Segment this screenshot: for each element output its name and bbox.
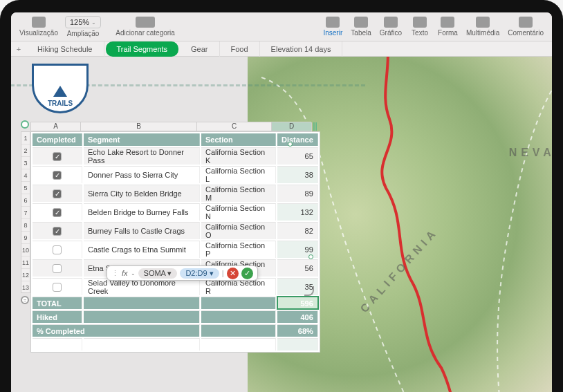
cell-segment[interactable]: Echo Lake Resort to Donner Pass <box>84 147 200 165</box>
row-header[interactable]: 10 <box>21 244 30 256</box>
formula-cancel-button[interactable]: ✕ <box>227 268 239 279</box>
row-header[interactable]: 7 <box>21 207 30 219</box>
checkbox-icon[interactable] <box>53 152 62 161</box>
insert-label: Inserir <box>323 29 342 37</box>
cell-segment[interactable]: Belden Bridge to Burney Falls <box>84 203 200 221</box>
table-row[interactable]: Sierra City to Belden BridgeCalifornia S… <box>33 185 318 202</box>
cell-distance[interactable]: 82 <box>277 222 318 239</box>
hiked-value[interactable]: 406 <box>277 310 318 323</box>
mountain-icon <box>53 86 67 97</box>
sheet-tab-elevation[interactable]: Elevation 14 days <box>260 41 343 57</box>
row-add-handle[interactable]: = <box>21 296 29 304</box>
pct-row[interactable]: % Completed68% <box>33 324 318 337</box>
formula-function-token[interactable]: SOMA ▾ <box>138 268 178 279</box>
checkbox-icon[interactable] <box>53 189 62 198</box>
row-header[interactable]: 11 <box>21 256 30 269</box>
header-segment[interactable]: Segment <box>84 133 200 146</box>
col-header-a[interactable]: A <box>31 122 81 131</box>
table-origin-handle[interactable] <box>21 120 29 129</box>
header-completed[interactable]: Completed <box>33 133 82 146</box>
total-row[interactable]: TOTAL596 <box>33 297 318 309</box>
row-ruler[interactable]: 1 2 3 4 5 6 7 8 9 10 11 12 13 <box>21 131 30 293</box>
hiked-row[interactable]: Hiked406 <box>33 310 318 323</box>
row-header[interactable]: 5 <box>21 182 30 194</box>
cell-distance[interactable]: 56 <box>277 259 318 277</box>
row-header[interactable]: 4 <box>21 169 30 182</box>
comment-button[interactable]: Comentário <box>504 15 548 39</box>
trails-logo-badge: TRAILS <box>32 64 89 113</box>
empty-row[interactable] <box>33 338 318 351</box>
table-row[interactable]: Echo Lake Resort to Donner PassCaliforni… <box>33 147 318 165</box>
row-header[interactable]: 13 <box>21 281 30 294</box>
insert-button[interactable]: Inserir <box>319 15 347 39</box>
sheet-canvas[interactable]: NEVADA CALIFORNIA TRAILS A B C D || 1 2 … <box>11 57 552 392</box>
row-header[interactable]: 9 <box>21 232 30 244</box>
table-row[interactable]: Castle Crags to Etna SummitCalifornia Se… <box>33 241 318 258</box>
column-ruler[interactable]: A B C D <box>30 122 311 131</box>
cell-segment[interactable]: Burney Falls to Castle Crags <box>84 222 200 239</box>
row-header[interactable]: 3 <box>21 157 30 169</box>
cell-distance[interactable]: 38 <box>277 166 318 183</box>
checkbox-icon[interactable] <box>53 245 62 254</box>
formula-editor[interactable]: ⋮ fx ⌄ SOMA ▾ D2:D9 ▾ | ✕ ✓ <box>107 265 258 281</box>
fx-icon[interactable]: fx <box>122 269 128 277</box>
zoom-label: Ampliação <box>67 30 100 37</box>
col-header-c[interactable]: C <box>197 122 272 131</box>
formula-grip-icon[interactable]: ⋮ <box>111 269 119 278</box>
checkbox-icon[interactable] <box>53 264 62 273</box>
cell-section[interactable]: California Section O <box>201 222 276 239</box>
sheet-tab-hiking[interactable]: Hiking Schedule <box>26 41 104 57</box>
formula-cursor: | <box>222 269 224 277</box>
header-distance[interactable]: Distance <box>277 133 318 146</box>
row-header[interactable]: 2 <box>21 144 30 157</box>
hiked-label: Hiked <box>33 310 82 323</box>
cell-section[interactable]: California Section N <box>201 203 276 221</box>
row-header-1[interactable]: 1 <box>21 132 30 144</box>
shape-button[interactable]: Forma <box>434 15 462 39</box>
column-add-handle[interactable]: || <box>313 120 317 131</box>
media-button[interactable]: Multimédia <box>462 15 504 39</box>
table-row[interactable]: Belden Bridge to Burney FallsCalifornia … <box>33 203 318 221</box>
cell-distance[interactable]: 132 <box>277 203 318 221</box>
sheet-tab-food[interactable]: Food <box>220 41 260 57</box>
table-row[interactable]: Burney Falls to Castle CragsCalifornia S… <box>33 222 318 239</box>
row-header[interactable]: 6 <box>21 194 30 207</box>
selection-handle-bottom[interactable] <box>308 254 313 259</box>
cell-section[interactable]: California Section M <box>201 185 276 202</box>
table-row[interactable]: Donner Pass to Sierra CityCalifornia Sec… <box>33 166 318 183</box>
col-header-b[interactable]: B <box>81 122 197 131</box>
col-header-d[interactable]: D <box>272 122 312 131</box>
checkbox-icon[interactable] <box>53 283 62 292</box>
checkbox-icon[interactable] <box>53 227 62 236</box>
text-button[interactable]: Texto <box>406 15 434 39</box>
cell-section[interactable]: California Section K <box>201 147 276 165</box>
selection-handle-top[interactable] <box>288 142 293 147</box>
total-value-cell[interactable]: 596 <box>277 297 318 309</box>
cell-segment[interactable]: Sierra City to Belden Bridge <box>84 185 200 202</box>
header-section[interactable]: Section <box>201 133 276 146</box>
chevron-down-icon[interactable]: ⌄ <box>131 270 136 277</box>
add-category-button[interactable]: Adicionar categoria <box>104 15 187 39</box>
cell-distance[interactable]: 65 <box>277 147 318 165</box>
pct-value[interactable]: 68% <box>277 324 318 337</box>
chart-button[interactable]: Gráfico <box>376 15 406 39</box>
checkbox-icon[interactable] <box>53 208 62 217</box>
cell-segment[interactable]: Donner Pass to Sierra City <box>84 166 200 183</box>
sheet-tab-gear[interactable]: Gear <box>180 41 219 57</box>
row-header[interactable]: 12 <box>21 269 30 281</box>
text-label: Texto <box>412 29 428 37</box>
formula-confirm-button[interactable]: ✓ <box>241 268 253 279</box>
view-button[interactable]: Visualização <box>15 15 62 39</box>
add-sheet-button[interactable]: + <box>11 45 26 53</box>
sheet-tab-trail-segments[interactable]: Trail Segments <box>106 41 179 57</box>
cell-distance[interactable]: 89 <box>277 185 318 202</box>
table-button[interactable]: Tabela <box>347 15 375 39</box>
trail-segments-table[interactable]: Completed Segment Section Distance Echo … <box>30 131 320 353</box>
checkbox-icon[interactable] <box>53 171 62 180</box>
cell-segment[interactable]: Castle Crags to Etna Summit <box>84 241 200 258</box>
row-header[interactable]: 8 <box>21 219 30 232</box>
zoom-control[interactable]: 125%⌄ Ampliação <box>62 16 104 37</box>
formula-range-token[interactable]: D2:D9 ▾ <box>180 268 219 279</box>
cell-section[interactable]: California Section P <box>201 241 276 258</box>
cell-section[interactable]: California Section L <box>201 166 276 183</box>
